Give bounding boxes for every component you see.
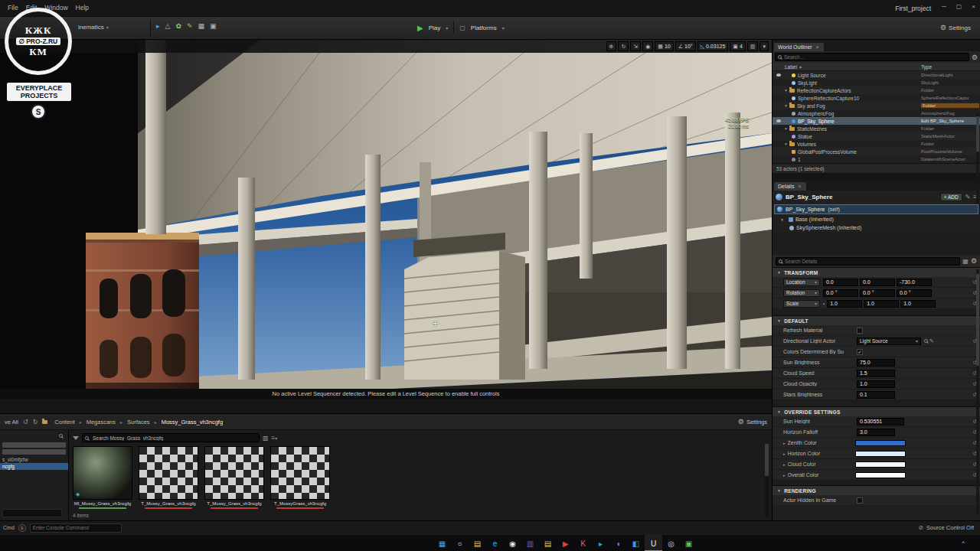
scale-mode-dropdown[interactable]: Scale▾: [783, 300, 820, 308]
menu-help[interactable]: Help: [76, 4, 89, 11]
outliner-row[interactable]: AtmosphericFogAtmosphericFog: [773, 109, 980, 117]
source-control-status[interactable]: ⊘ Source Control Off: [919, 524, 977, 531]
console-command-input[interactable]: [30, 523, 122, 533]
component-tree-row[interactable]: SkySphereMesh (Inherited): [773, 223, 980, 232]
breadcrumb-current-folder[interactable]: Mossy_Grass_vh3ncgfg: [162, 419, 223, 425]
expander-arrow-icon[interactable]: ▼: [784, 88, 789, 93]
rotation-mode-dropdown[interactable]: Rotation▾: [783, 289, 820, 297]
outliner-row[interactable]: StatueStaticMeshActor: [773, 132, 980, 140]
sources-filter-input[interactable]: [2, 509, 62, 517]
search-icon[interactable]: [59, 434, 63, 438]
outliner-row[interactable]: ▼VolumesFolder: [773, 140, 980, 148]
outliner-row[interactable]: SphereReflectionCapture10SphereReflectio…: [773, 94, 980, 102]
edit-blueprint-icon[interactable]: ✎: [965, 194, 971, 201]
sun-height-input[interactable]: 0.530551: [857, 418, 904, 425]
scale-tool-icon[interactable]: ⇲: [630, 41, 641, 51]
filter-funnel-icon[interactable]: [73, 436, 79, 440]
breadcrumb-content[interactable]: Content: [54, 419, 74, 425]
details-search-input[interactable]: [776, 257, 960, 266]
use-selected-icon[interactable]: ✎: [929, 338, 934, 344]
horizon-color-swatch[interactable]: [855, 451, 906, 457]
outliner-row-selected[interactable]: BP_Sky_SphereEdit BP_Sky_Sphere: [773, 117, 980, 125]
brush-mode-icon[interactable]: ▣: [210, 22, 217, 30]
cmd-tab[interactable]: Cmd: [3, 525, 15, 530]
taskbar-icon-steam[interactable]: ◎: [662, 535, 680, 551]
taskbar-icon-notes[interactable]: ▥: [521, 535, 539, 551]
menu-file[interactable]: File: [8, 4, 18, 11]
display-filter-icon[interactable]: ▦: [962, 258, 969, 265]
content-browser-settings[interactable]: ⚙ Settings: [738, 418, 767, 425]
panel-splitter[interactable]: [773, 173, 980, 179]
zenith-color-swatch[interactable]: [855, 440, 906, 446]
details-settings-icon[interactable]: ⚙: [971, 257, 977, 265]
breadcrumb-megascans[interactable]: Megascans: [87, 419, 116, 425]
asset-tile[interactable]: T_Mossy_Grass_vh3ncgfg: [139, 446, 198, 509]
menu-window[interactable]: Window: [44, 4, 67, 11]
3d-viewport[interactable]: ⊕ ↻ ⇲ ◉ ▦10 ∠10° ◺0.03125 ▣4 ▥ ▾ 45.88 F…: [0, 40, 772, 413]
taskbar-icon-unreal-active[interactable]: U: [645, 535, 662, 551]
expander-arrow-icon[interactable]: ▼: [784, 142, 789, 146]
location-mode-dropdown[interactable]: Location▾: [783, 279, 820, 286]
colors-determined-checkbox[interactable]: ✓: [857, 349, 863, 355]
visibility-eye-icon[interactable]: [775, 119, 782, 122]
taskbar-icon-app-k[interactable]: K: [574, 535, 592, 551]
history-back-icon[interactable]: ↺: [23, 419, 28, 425]
outliner-row[interactable]: SkyLightSkyLight: [773, 79, 980, 86]
outliner-row[interactable]: 1DatasmithSceneActor: [773, 155, 980, 163]
close-button[interactable]: ×: [972, 3, 975, 10]
close-tab-icon[interactable]: ×: [816, 44, 819, 50]
source-list-item[interactable]: [2, 449, 66, 455]
scale-y-input[interactable]: 1.0: [864, 300, 899, 308]
close-tab-icon[interactable]: ×: [798, 184, 801, 189]
expander-arrow-icon[interactable]: ▸: [783, 462, 786, 467]
save-all-button[interactable]: ve All: [5, 419, 18, 425]
section-transform[interactable]: ▼TRANSFORM: [773, 267, 980, 277]
component-self-row[interactable]: BP_Sky_Sphere(self): [774, 204, 978, 214]
expander-arrow-icon[interactable]: ▸: [783, 473, 786, 478]
rotation-y-input[interactable]: 0.0 °: [860, 289, 895, 297]
asset-tile[interactable]: ◈ MI_Mossy_Grass_vh3ncgfg: [73, 446, 132, 509]
world-space-toggle-icon[interactable]: ◉: [642, 41, 653, 51]
expander-arrow-icon[interactable]: ▸: [783, 441, 786, 445]
grid-snap-toggle[interactable]: ▦10: [655, 41, 673, 51]
refresh-material-checkbox[interactable]: [857, 328, 863, 334]
expander-arrow-icon[interactable]: ▸: [783, 452, 786, 456]
paint-mode-icon[interactable]: ✎: [187, 22, 193, 30]
scale-x-input[interactable]: 1.0: [827, 300, 862, 308]
section-default[interactable]: ▼DEFAULT: [773, 315, 980, 325]
taskbar-icon-app-grid[interactable]: ▦: [433, 535, 451, 551]
taskbar-icon-search[interactable]: ○: [451, 535, 469, 551]
taskbar-icon-file-explorer[interactable]: ▤: [469, 535, 486, 551]
camera-speed-button[interactable]: ▣4: [730, 41, 746, 51]
minimize-button[interactable]: ─: [942, 3, 946, 10]
cloud-speed-input[interactable]: 1.5: [857, 370, 895, 377]
platforms-dropdown[interactable]: Platforms: [471, 24, 497, 31]
play-icon[interactable]: ▶: [417, 24, 423, 32]
directional-light-actor-dropdown[interactable]: Light Source▾: [857, 337, 921, 345]
cinematics-dropdown[interactable]: inematics▾: [78, 24, 109, 31]
maximize-button[interactable]: ▢: [956, 3, 962, 10]
cloud-opacity-input[interactable]: 1.0: [857, 380, 895, 388]
asset-tile[interactable]: T_Mossy_Grass_vh3ncgfg: [204, 446, 264, 509]
tab-details[interactable]: Details×: [774, 182, 806, 191]
outliner-scrollbar[interactable]: [976, 113, 979, 204]
horizon-falloff-input[interactable]: 3.0: [857, 429, 895, 436]
outliner-row[interactable]: ▼StaticMeshesFolder: [773, 125, 980, 132]
overall-color-swatch[interactable]: [855, 472, 906, 478]
visibility-eye-icon[interactable]: [775, 73, 782, 77]
asset-tile[interactable]: T_MossyGrass_vh3ncgfg: [270, 446, 330, 509]
tab-world-outliner[interactable]: World Outliner×: [774, 43, 824, 51]
scale-z-input[interactable]: 1.0: [900, 300, 936, 308]
tray-expand-arrow[interactable]: ^: [962, 540, 965, 546]
history-forward-icon[interactable]: ↻: [33, 419, 38, 425]
content-scrollbar[interactable]: [765, 444, 769, 517]
scale-snap-toggle[interactable]: ◺0.03125: [697, 41, 729, 51]
taskbar-icon-telegram[interactable]: ▸: [592, 535, 609, 551]
location-x-input[interactable]: 0.0: [823, 279, 858, 286]
outliner-row[interactable]: ▼Sky and FogFolder: [773, 102, 980, 109]
select-mode-icon[interactable]: ▸: [156, 22, 160, 30]
expander-arrow-icon[interactable]: ▼: [784, 103, 789, 108]
taskbar-icon-youtube[interactable]: ▶: [557, 535, 574, 551]
edit-blueprint-button[interactable]: Edit BP_Sky_Sphere: [921, 119, 979, 123]
view-options-icon[interactable]: ≡▾: [272, 435, 278, 442]
